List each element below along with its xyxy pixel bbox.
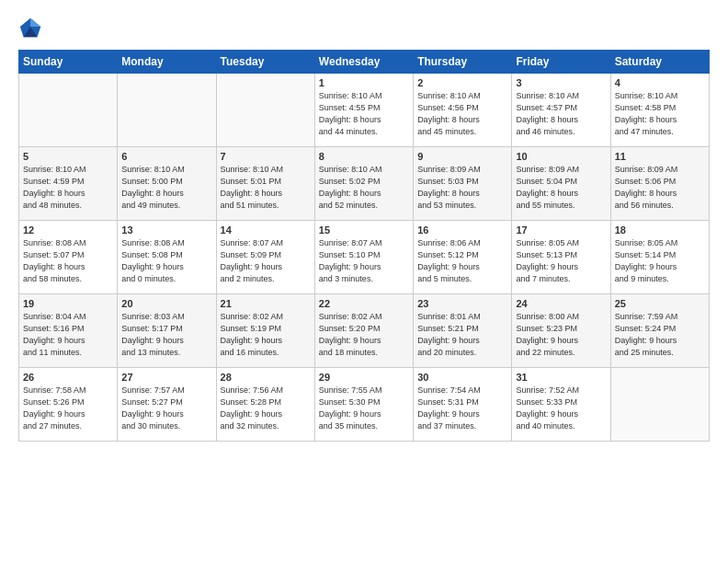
day-info: Sunrise: 8:10 AM Sunset: 4:55 PM Dayligh… xyxy=(319,90,409,138)
day-info: Sunrise: 8:10 AM Sunset: 4:56 PM Dayligh… xyxy=(417,90,507,138)
weekday-header-friday: Friday xyxy=(512,51,610,74)
calendar-cell: 15Sunrise: 8:07 AM Sunset: 5:10 PM Dayli… xyxy=(314,221,413,294)
day-number: 28 xyxy=(221,372,311,383)
weekday-header-thursday: Thursday xyxy=(414,51,512,74)
weekday-header-monday: Monday xyxy=(118,51,216,74)
day-info: Sunrise: 7:58 AM Sunset: 5:26 PM Dayligh… xyxy=(23,385,113,432)
day-info: Sunrise: 7:54 AM Sunset: 5:31 PM Dayligh… xyxy=(417,385,507,432)
calendar-cell: 20Sunrise: 8:03 AM Sunset: 5:17 PM Dayli… xyxy=(118,294,216,368)
day-info: Sunrise: 8:02 AM Sunset: 5:19 PM Dayligh… xyxy=(221,311,311,359)
calendar-cell: 22Sunrise: 8:02 AM Sunset: 5:20 PM Dayli… xyxy=(314,294,413,368)
day-info: Sunrise: 8:03 AM Sunset: 5:17 PM Dayligh… xyxy=(121,311,211,359)
calendar-cell: 18Sunrise: 8:05 AM Sunset: 5:14 PM Dayli… xyxy=(610,221,709,294)
calendar-cell: 1Sunrise: 8:10 AM Sunset: 4:55 PM Daylig… xyxy=(314,74,413,147)
day-info: Sunrise: 8:10 AM Sunset: 4:58 PM Dayligh… xyxy=(615,90,705,138)
day-number: 30 xyxy=(417,372,507,383)
weekday-header-tuesday: Tuesday xyxy=(216,51,314,74)
calendar-table: SundayMondayTuesdayWednesdayThursdayFrid… xyxy=(18,50,710,442)
day-number: 14 xyxy=(221,224,311,236)
day-number: 9 xyxy=(417,151,507,162)
calendar-cell xyxy=(19,74,118,147)
calendar-cell: 23Sunrise: 8:01 AM Sunset: 5:21 PM Dayli… xyxy=(414,294,512,368)
calendar-cell: 24Sunrise: 8:00 AM Sunset: 5:23 PM Dayli… xyxy=(512,294,610,368)
day-info: Sunrise: 8:00 AM Sunset: 5:23 PM Dayligh… xyxy=(516,311,606,359)
day-info: Sunrise: 8:07 AM Sunset: 5:10 PM Dayligh… xyxy=(319,237,409,285)
logo-icon xyxy=(18,15,44,40)
day-number: 3 xyxy=(516,77,606,88)
day-number: 10 xyxy=(516,151,606,162)
day-number: 29 xyxy=(319,372,409,383)
day-number: 11 xyxy=(615,151,705,162)
day-number: 12 xyxy=(23,224,113,236)
calendar-cell: 6Sunrise: 8:10 AM Sunset: 5:00 PM Daylig… xyxy=(118,147,216,221)
calendar-cell xyxy=(118,74,216,147)
day-info: Sunrise: 7:59 AM Sunset: 5:24 PM Dayligh… xyxy=(615,311,705,359)
calendar-cell: 28Sunrise: 7:56 AM Sunset: 5:28 PM Dayli… xyxy=(216,368,314,442)
day-number: 1 xyxy=(319,77,409,88)
day-info: Sunrise: 8:05 AM Sunset: 5:13 PM Dayligh… xyxy=(516,237,606,285)
day-number: 26 xyxy=(23,372,113,383)
day-info: Sunrise: 8:10 AM Sunset: 5:02 PM Dayligh… xyxy=(319,164,409,212)
calendar-week-row: 1Sunrise: 8:10 AM Sunset: 4:55 PM Daylig… xyxy=(19,74,710,147)
calendar-cell: 9Sunrise: 8:09 AM Sunset: 5:03 PM Daylig… xyxy=(414,147,512,221)
day-info: Sunrise: 8:05 AM Sunset: 5:14 PM Dayligh… xyxy=(615,237,705,285)
calendar-cell: 11Sunrise: 8:09 AM Sunset: 5:06 PM Dayli… xyxy=(610,147,709,221)
calendar-cell: 4Sunrise: 8:10 AM Sunset: 4:58 PM Daylig… xyxy=(610,74,709,147)
day-info: Sunrise: 7:52 AM Sunset: 5:33 PM Dayligh… xyxy=(516,385,606,432)
day-info: Sunrise: 8:10 AM Sunset: 5:00 PM Dayligh… xyxy=(121,164,211,212)
calendar-cell: 27Sunrise: 7:57 AM Sunset: 5:27 PM Dayli… xyxy=(118,368,216,442)
day-number: 24 xyxy=(516,298,606,309)
calendar-week-row: 26Sunrise: 7:58 AM Sunset: 5:26 PM Dayli… xyxy=(19,368,710,442)
logo xyxy=(18,15,48,40)
calendar-cell: 12Sunrise: 8:08 AM Sunset: 5:07 PM Dayli… xyxy=(19,221,118,294)
calendar-cell: 26Sunrise: 7:58 AM Sunset: 5:26 PM Dayli… xyxy=(19,368,118,442)
calendar-cell: 2Sunrise: 8:10 AM Sunset: 4:56 PM Daylig… xyxy=(414,74,512,147)
day-number: 13 xyxy=(121,224,211,236)
calendar-cell: 29Sunrise: 7:55 AM Sunset: 5:30 PM Dayli… xyxy=(314,368,413,442)
calendar-week-row: 5Sunrise: 8:10 AM Sunset: 4:59 PM Daylig… xyxy=(19,147,710,221)
day-info: Sunrise: 8:09 AM Sunset: 5:03 PM Dayligh… xyxy=(417,164,507,212)
calendar-cell: 10Sunrise: 8:09 AM Sunset: 5:04 PM Dayli… xyxy=(512,147,610,221)
day-info: Sunrise: 8:10 AM Sunset: 5:01 PM Dayligh… xyxy=(221,164,311,212)
calendar-cell: 30Sunrise: 7:54 AM Sunset: 5:31 PM Dayli… xyxy=(414,368,512,442)
day-info: Sunrise: 8:04 AM Sunset: 5:16 PM Dayligh… xyxy=(23,311,113,359)
calendar-week-row: 19Sunrise: 8:04 AM Sunset: 5:16 PM Dayli… xyxy=(19,294,710,368)
day-info: Sunrise: 8:06 AM Sunset: 5:12 PM Dayligh… xyxy=(417,237,507,285)
day-number: 17 xyxy=(516,224,606,236)
calendar-week-row: 12Sunrise: 8:08 AM Sunset: 5:07 PM Dayli… xyxy=(19,221,710,294)
day-number: 20 xyxy=(121,298,211,309)
svg-marker-1 xyxy=(30,18,40,27)
header xyxy=(18,15,710,40)
day-number: 27 xyxy=(121,372,211,383)
calendar-cell: 16Sunrise: 8:06 AM Sunset: 5:12 PM Dayli… xyxy=(414,221,512,294)
day-info: Sunrise: 8:10 AM Sunset: 4:57 PM Dayligh… xyxy=(516,90,606,138)
day-info: Sunrise: 8:09 AM Sunset: 5:04 PM Dayligh… xyxy=(516,164,606,212)
day-info: Sunrise: 8:01 AM Sunset: 5:21 PM Dayligh… xyxy=(417,311,507,359)
day-info: Sunrise: 8:10 AM Sunset: 4:59 PM Dayligh… xyxy=(23,164,113,212)
calendar-cell: 8Sunrise: 8:10 AM Sunset: 5:02 PM Daylig… xyxy=(314,147,413,221)
page-container: SundayMondayTuesdayWednesdayThursdayFrid… xyxy=(0,0,728,451)
day-number: 15 xyxy=(319,224,409,236)
weekday-header-saturday: Saturday xyxy=(610,51,709,74)
day-number: 6 xyxy=(121,151,211,162)
calendar-cell: 5Sunrise: 8:10 AM Sunset: 4:59 PM Daylig… xyxy=(19,147,118,221)
day-number: 2 xyxy=(417,77,507,88)
calendar-cell: 21Sunrise: 8:02 AM Sunset: 5:19 PM Dayli… xyxy=(216,294,314,368)
weekday-header-wednesday: Wednesday xyxy=(314,51,413,74)
calendar-cell: 7Sunrise: 8:10 AM Sunset: 5:01 PM Daylig… xyxy=(216,147,314,221)
calendar-cell: 17Sunrise: 8:05 AM Sunset: 5:13 PM Dayli… xyxy=(512,221,610,294)
day-number: 18 xyxy=(615,224,705,236)
calendar-cell: 3Sunrise: 8:10 AM Sunset: 4:57 PM Daylig… xyxy=(512,74,610,147)
day-number: 19 xyxy=(23,298,113,309)
day-info: Sunrise: 7:57 AM Sunset: 5:27 PM Dayligh… xyxy=(121,385,211,432)
day-info: Sunrise: 8:08 AM Sunset: 5:07 PM Dayligh… xyxy=(23,237,113,285)
calendar-cell xyxy=(610,368,709,442)
day-number: 22 xyxy=(319,298,409,309)
calendar-cell: 25Sunrise: 7:59 AM Sunset: 5:24 PM Dayli… xyxy=(610,294,709,368)
calendar-cell: 14Sunrise: 8:07 AM Sunset: 5:09 PM Dayli… xyxy=(216,221,314,294)
day-info: Sunrise: 7:55 AM Sunset: 5:30 PM Dayligh… xyxy=(319,385,409,432)
day-info: Sunrise: 8:02 AM Sunset: 5:20 PM Dayligh… xyxy=(319,311,409,359)
day-info: Sunrise: 8:08 AM Sunset: 5:08 PM Dayligh… xyxy=(121,237,211,285)
day-number: 21 xyxy=(221,298,311,309)
day-number: 25 xyxy=(615,298,705,309)
